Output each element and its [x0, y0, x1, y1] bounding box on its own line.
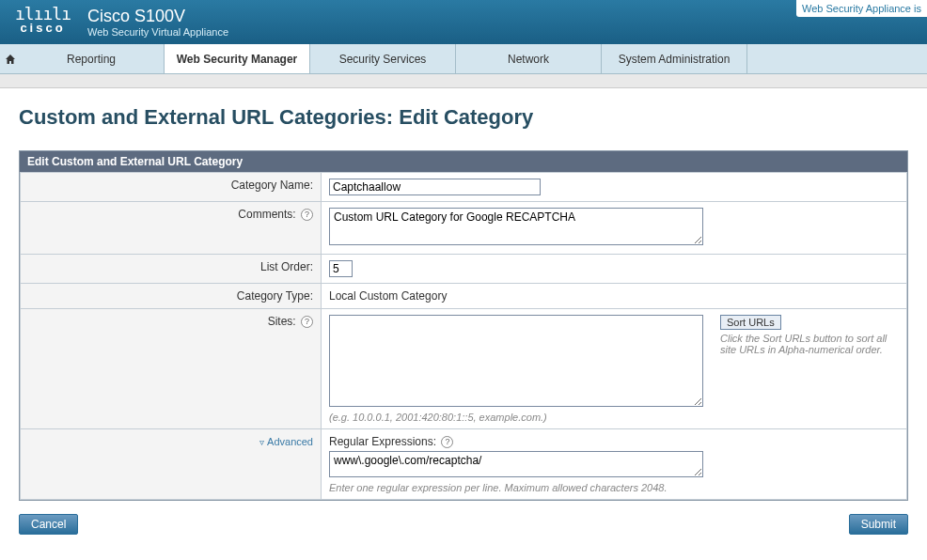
nav-network[interactable]: Network [456, 44, 602, 73]
form-table: Category Name: Comments: ? List Order: [20, 172, 907, 500]
category-name-input[interactable] [329, 179, 541, 195]
content: Custom and External URL Categories: Edit… [0, 88, 927, 552]
regex-textarea[interactable] [329, 451, 703, 477]
help-icon[interactable]: ? [441, 436, 453, 448]
help-icon[interactable]: ? [301, 316, 313, 328]
nav-reporting[interactable]: Reporting [19, 44, 165, 73]
label-comments: Comments: ? [21, 202, 322, 255]
cisco-logo: ılıılı cisco [6, 9, 80, 35]
edit-panel: Edit Custom and External URL Category Ca… [19, 150, 908, 501]
regex-hint: Enter one regular expression per line. M… [329, 482, 899, 493]
comments-textarea[interactable] [329, 208, 703, 245]
page-title: Custom and External URL Categories: Edit… [19, 105, 908, 130]
sort-help: Click the Sort URLs button to sort all s… [720, 333, 899, 355]
sites-hint: (e.g. 10.0.0.1, 2001:420:80:1::5, exampl… [329, 412, 703, 423]
label-category-name: Category Name: [21, 173, 322, 202]
submit-button[interactable]: Submit [849, 514, 908, 535]
navbar: Reporting Web Security Manager Security … [0, 44, 927, 74]
sort-urls-button[interactable]: Sort URLs [720, 315, 781, 330]
panel-header: Edit Custom and External URL Category [20, 151, 907, 172]
category-type-value: Local Custom Category [322, 284, 907, 309]
nav-system-administration[interactable]: System Administration [602, 44, 747, 73]
advanced-toggle[interactable]: Advanced [259, 436, 313, 447]
subbar [0, 74, 927, 88]
product-title-sub: Web Security Virtual Appliance [87, 26, 228, 38]
nav-security-services[interactable]: Security Services [310, 44, 456, 73]
cisco-logo-text: cisco [20, 21, 65, 35]
sites-textarea[interactable] [329, 315, 703, 407]
label-list-order: List Order: [21, 255, 322, 284]
topbar: ılıılı cisco Cisco S100V Web Security Vi… [0, 0, 927, 44]
home-icon[interactable] [2, 44, 19, 73]
label-category-type: Category Type: [21, 284, 322, 309]
label-advanced: Advanced [21, 429, 322, 500]
list-order-input[interactable] [329, 260, 353, 277]
top-right-tab: Web Security Appliance is [796, 0, 927, 17]
help-icon[interactable]: ? [301, 209, 313, 221]
product-title-main: Cisco S100V [87, 7, 228, 26]
label-sites: Sites: ? [21, 309, 322, 429]
label-regex: Regular Expressions: ? [329, 435, 899, 448]
cisco-logo-icon: ılıılı [15, 9, 71, 19]
cancel-button[interactable]: Cancel [19, 514, 78, 535]
button-row: Cancel Submit [19, 514, 908, 535]
nav-web-security-manager[interactable]: Web Security Manager [165, 44, 310, 73]
product-title: Cisco S100V Web Security Virtual Applian… [87, 7, 228, 38]
